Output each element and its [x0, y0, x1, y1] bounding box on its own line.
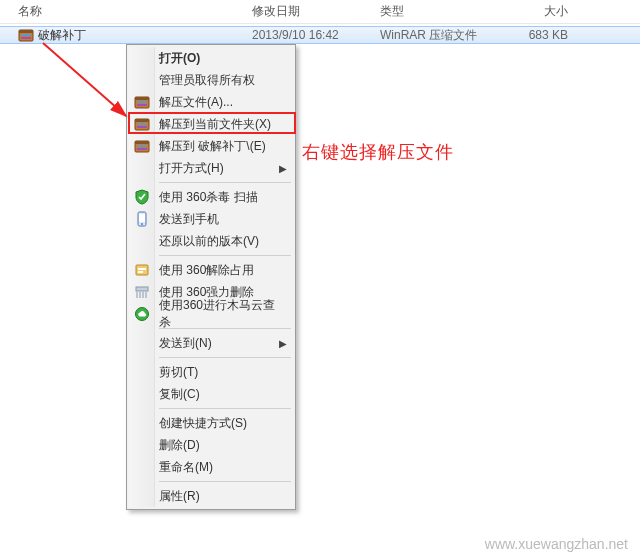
menu-item[interactable]: 使用360进行木马云查杀: [129, 303, 293, 325]
blank-icon: [134, 488, 150, 504]
svg-rect-21: [138, 271, 143, 273]
menu-separator: [159, 408, 291, 409]
menu-item[interactable]: 打开方式(H)▶: [129, 157, 293, 179]
phone-icon: [134, 211, 150, 227]
menu-item[interactable]: 复制(C): [129, 383, 293, 405]
menu-separator: [159, 481, 291, 482]
svg-rect-6: [137, 101, 147, 103]
col-name[interactable]: 名称: [18, 3, 252, 20]
blank-icon: [134, 160, 150, 176]
svg-rect-7: [137, 104, 147, 106]
menu-item[interactable]: 重命名(M): [129, 456, 293, 478]
shred-icon: [134, 284, 150, 300]
menu-separator: [159, 182, 291, 183]
svg-rect-5: [135, 97, 149, 100]
svg-rect-3: [21, 37, 31, 39]
menu-item-label: 解压到当前文件夹(X): [159, 116, 271, 133]
svg-rect-15: [137, 148, 147, 150]
blank-icon: [134, 72, 150, 88]
menu-item[interactable]: 创建快捷方式(S): [129, 412, 293, 434]
file-type: WinRAR 压缩文件: [380, 27, 498, 44]
svg-rect-2: [21, 34, 31, 36]
arrow-annotation: [38, 38, 138, 128]
svg-rect-22: [136, 287, 148, 291]
menu-item-label: 使用 360解除占用: [159, 262, 254, 279]
file-row-selected[interactable]: 破解补丁 2013/9/10 16:42 WinRAR 压缩文件 683 KB: [0, 26, 640, 44]
menu-item[interactable]: 管理员取得所有权: [129, 69, 293, 91]
context-menu: 打开(O)管理员取得所有权解压文件(A)...解压到当前文件夹(X)解压到 破解…: [126, 44, 296, 510]
menu-item-label: 解压文件(A)...: [159, 94, 233, 111]
menu-separator: [159, 255, 291, 256]
cloud-icon: [134, 306, 150, 322]
blank-icon: [134, 335, 150, 351]
blank-icon: [134, 50, 150, 66]
rar-icon: [134, 94, 150, 110]
submenu-arrow-icon: ▶: [279, 338, 287, 349]
menu-item[interactable]: 属性(R): [129, 485, 293, 507]
menu-item[interactable]: 剪切(T): [129, 361, 293, 383]
svg-rect-14: [137, 145, 147, 147]
svg-rect-1: [19, 30, 33, 33]
file-size: 683 KB: [498, 28, 568, 42]
rar-icon: [134, 116, 150, 132]
menu-item[interactable]: 解压到当前文件夹(X): [129, 113, 293, 135]
col-date[interactable]: 修改日期: [252, 3, 380, 20]
rar-icon: [134, 138, 150, 154]
menu-item-label: 还原以前的版本(V): [159, 233, 259, 250]
svg-rect-10: [137, 123, 147, 125]
svg-rect-13: [135, 141, 149, 144]
file-date: 2013/9/10 16:42: [252, 28, 380, 42]
shield-icon: [134, 189, 150, 205]
menu-item[interactable]: 打开(O): [129, 47, 293, 69]
menu-item-label: 删除(D): [159, 437, 200, 454]
menu-item-label: 使用 360杀毒 扫描: [159, 189, 258, 206]
file-list-header: 名称 修改日期 类型 大小: [0, 0, 640, 24]
blank-icon: [134, 364, 150, 380]
file-name: 破解补丁: [38, 27, 252, 44]
menu-item-label: 创建快捷方式(S): [159, 415, 247, 432]
svg-point-18: [141, 223, 143, 225]
watermark: www.xuewangzhan.net: [485, 536, 628, 552]
svg-rect-20: [138, 268, 146, 270]
col-type[interactable]: 类型: [380, 3, 498, 20]
menu-item[interactable]: 解压到 破解补丁\(E): [129, 135, 293, 157]
blank-icon: [134, 386, 150, 402]
menu-item-label: 打开方式(H): [159, 160, 224, 177]
menu-item-label: 属性(R): [159, 488, 200, 505]
menu-item[interactable]: 使用 360解除占用: [129, 259, 293, 281]
blank-icon: [134, 459, 150, 475]
submenu-arrow-icon: ▶: [279, 163, 287, 174]
menu-item[interactable]: 发送到手机: [129, 208, 293, 230]
menu-item-label: 管理员取得所有权: [159, 72, 255, 89]
menu-item-label: 复制(C): [159, 386, 200, 403]
svg-rect-17: [139, 214, 145, 222]
menu-item-label: 剪切(T): [159, 364, 198, 381]
menu-item-label: 重命名(M): [159, 459, 213, 476]
svg-rect-11: [137, 126, 147, 128]
annotation-text: 右键选择解压文件: [302, 140, 454, 164]
menu-item-label: 使用360进行木马云查杀: [159, 297, 285, 331]
blank-icon: [134, 415, 150, 431]
svg-rect-9: [135, 119, 149, 122]
blank-icon: [134, 233, 150, 249]
blank-icon: [134, 437, 150, 453]
unlock-icon: [134, 262, 150, 278]
menu-separator: [159, 357, 291, 358]
menu-item-label: 解压到 破解补丁\(E): [159, 138, 266, 155]
menu-item[interactable]: 解压文件(A)...: [129, 91, 293, 113]
menu-item-label: 打开(O): [159, 50, 200, 67]
menu-item-label: 发送到(N): [159, 335, 212, 352]
col-size[interactable]: 大小: [498, 3, 568, 20]
svg-line-28: [43, 43, 126, 116]
menu-item[interactable]: 删除(D): [129, 434, 293, 456]
menu-item[interactable]: 使用 360杀毒 扫描: [129, 186, 293, 208]
rar-icon: [18, 27, 34, 43]
menu-item[interactable]: 还原以前的版本(V): [129, 230, 293, 252]
menu-item[interactable]: 发送到(N)▶: [129, 332, 293, 354]
menu-item-label: 发送到手机: [159, 211, 219, 228]
